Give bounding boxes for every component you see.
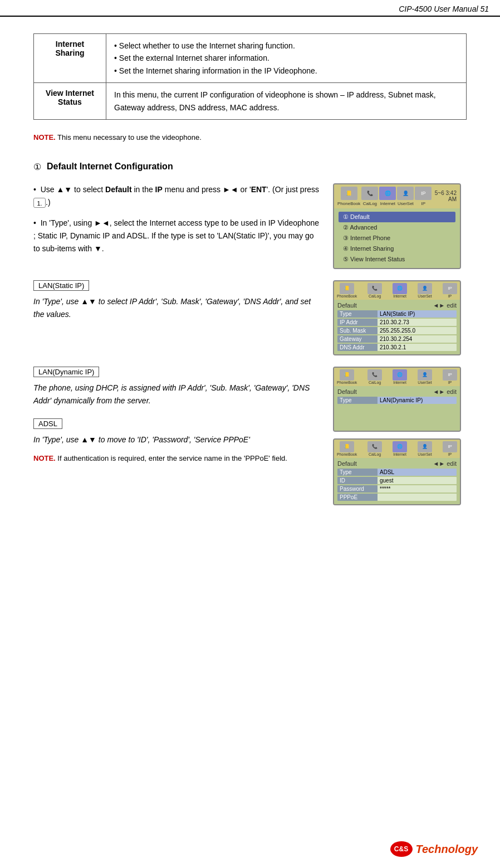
menu-item-advanced: ② Advanced	[339, 222, 455, 233]
lan-static-label-box: LAN(Static IP)	[33, 280, 89, 291]
table-row-view-internet: View Internet Status In this menu, the c…	[34, 83, 467, 120]
dss-header-adsl: 📒 PhoneBook 📞 CalLog 🌐 Internet 👤	[334, 440, 460, 458]
dss-row-static-type: Type LAN(Static IP)	[337, 310, 457, 318]
icon-ip-wrap: IP IP	[415, 187, 432, 206]
note-1: NOTE. This menu necessary to use the vid…	[33, 133, 467, 142]
dss-row-adsl-password: Password *****	[337, 485, 457, 492]
two-col-section-dynamic-adsl: LAN(Dynamic IP) The phone, using DHCP, i…	[33, 367, 467, 505]
dss-row-static-gateway: Gateway 210.30.2.254	[337, 335, 457, 343]
device-screenshot-dynamic: 📒 PhoneBook 📞 CalLog 🌐 Internet 👤	[333, 367, 461, 432]
device-time-1: 5~6 3:42 AM	[433, 190, 457, 202]
dss-row-dynamic-type: Type LAN(Dynamic IP)	[337, 397, 457, 404]
callog-icon: 📞	[361, 187, 378, 200]
dss-row-adsl-type: Type ADSL	[337, 469, 457, 476]
device-header-1: 📒 PhoneBook 📞 CalLog 🌐 Internet 👤 UserSe…	[334, 184, 460, 208]
device-menu-area: ① Default ② Advanced ③ Internet Phone ④ …	[334, 208, 460, 268]
dss-title-adsl: Default ◄► edit	[337, 460, 457, 467]
ip-icon: IP	[415, 187, 432, 200]
two-col-section-lan-static: LAN(Static IP) In 'Type', use ▲▼ to sele…	[33, 280, 467, 355]
ip-label: IP	[421, 201, 426, 206]
dss-icon-ip: IP IP	[443, 283, 457, 298]
page-header: CIP-4500 User Manual 51	[0, 0, 500, 17]
table-label-view-internet: View Internet Status	[34, 83, 106, 120]
bullet-1: Select whether to use the Internet shari…	[114, 40, 458, 52]
main-content: Internet Sharing Select whether to use t…	[0, 17, 500, 533]
table-content-view-internet: In this menu, the current IP configurati…	[106, 83, 467, 120]
logo-brand-wrap: Technology	[416, 843, 478, 856]
phonebook-label: PhoneBook	[337, 201, 360, 206]
menu-item-internet-sharing: ④ Internet Sharing	[339, 243, 455, 254]
dss-body-static: Default ◄► edit Type LAN(Static IP) IP A…	[334, 300, 460, 354]
device-screenshot-adsl: 📒 PhoneBook 📞 CalLog 🌐 Internet 👤	[333, 438, 461, 505]
dss-body-adsl: Default ◄► edit Type ADSL ID guest Pas	[334, 458, 460, 504]
phonebook-icon: 📒	[341, 187, 357, 200]
userset-label: UserSet	[398, 201, 414, 206]
dss-icon-internet: 🌐 Internet	[393, 283, 407, 298]
right-col-1: 📒 PhoneBook 📞 CalLog 🌐 Internet 👤 UserSe…	[333, 183, 467, 269]
device-screenshot-menu: 📒 PhoneBook 📞 CalLog 🌐 Internet 👤 UserSe…	[333, 183, 461, 269]
table-content-internet-sharing: Select whether to use the Internet shari…	[106, 34, 467, 83]
bullet-3: Set the Internet sharing information in …	[114, 65, 458, 77]
page-footer: C&S Technology	[390, 841, 478, 857]
left-col-lan-static: LAN(Static IP) In 'Type', use ▲▼ to sele…	[33, 280, 322, 355]
lan-static-label: LAN(Static IP)	[38, 281, 84, 290]
bullet-2: Set the external Internet sharer informa…	[114, 52, 458, 64]
lan-dynamic-text: The phone, using DHCP, is assigned with …	[33, 382, 322, 407]
paragraph-1: • Use ▲▼ to select Default in the IP men…	[33, 183, 322, 209]
lan-static-text: In 'Type', use ▲▼ to select IP Addr', 'S…	[33, 295, 322, 321]
section-title-row: ① Default Internet Configuration	[33, 162, 467, 172]
info-table: Internet Sharing Select whether to use t…	[33, 33, 467, 120]
dss-title-dynamic: Default ◄► edit	[337, 388, 457, 395]
lan-dynamic-label: LAN(Dynamic IP)	[38, 368, 94, 376]
logo-brand: Technology	[416, 843, 478, 856]
dss-icon-phonebook: 📒 PhoneBook	[337, 283, 357, 298]
internet-label: Internet	[380, 201, 395, 206]
adsl-label: ADSL	[38, 420, 57, 428]
icon-phonebook-wrap: 📒 PhoneBook	[337, 187, 360, 206]
table-label-internet-sharing: Internet Sharing	[34, 34, 106, 83]
menu-item-internet-phone: ③ Internet Phone	[339, 233, 455, 243]
dss-icon-callog: 📞 CalLog	[367, 283, 382, 298]
lan-dynamic-label-box: LAN(Dynamic IP)	[33, 367, 99, 377]
menu-item-view-internet-status: ⑤ View Internet Status	[339, 254, 455, 265]
dss-header-dynamic: 📒 PhoneBook 📞 CalLog 🌐 Internet 👤	[334, 368, 460, 386]
table-row-internet-sharing: Internet Sharing Select whether to use t…	[34, 34, 467, 83]
paragraph-2: • In 'Type', using ►◄, select the Intern…	[33, 217, 322, 255]
adsl-text: In 'Type', use ▲▼ to move to 'ID', 'Pass…	[33, 433, 322, 446]
dss-row-static-dns: DNS Addr 210.30.2.1	[337, 344, 457, 351]
page-title: CIP-4500 User Manual 51	[399, 4, 489, 13]
icon-internet-wrap: 🌐 Internet	[379, 187, 396, 206]
internet-sharing-bullets: Select whether to use the Internet shari…	[114, 40, 458, 77]
dss-icon-userset: 👤 UserSet	[418, 283, 432, 298]
right-col-lan-static: 📒 PhoneBook 📞 CalLog 🌐 Internet 👤 UserSe…	[333, 280, 467, 355]
dss-header-static: 📒 PhoneBook 📞 CalLog 🌐 Internet 👤 UserSe…	[334, 281, 460, 300]
note-2: NOTE. If authentication is required, ent…	[33, 454, 322, 462]
left-col-1: • Use ▲▼ to select Default in the IP men…	[33, 183, 322, 269]
logo-icon: C&S	[390, 841, 413, 857]
note-2-keyword: NOTE.	[33, 454, 56, 462]
left-col-dynamic-adsl: LAN(Dynamic IP) The phone, using DHCP, i…	[33, 367, 322, 505]
icon-userset-wrap: 👤 UserSet	[397, 187, 414, 206]
note-2-text: If authentication is required, enter the…	[56, 454, 287, 462]
internet-icon: 🌐	[379, 187, 396, 200]
section-title: Default Internet Configuration	[47, 162, 173, 172]
userset-icon: 👤	[397, 187, 414, 200]
adsl-label-box: ADSL	[33, 418, 62, 429]
icon-callog-wrap: 📞 CalLog	[361, 187, 378, 206]
dss-row-static-ipaddr: IP Addr 210.30.2.73	[337, 319, 457, 326]
callog-label: CalLog	[363, 201, 377, 206]
device-screenshot-lan-static: 📒 PhoneBook 📞 CalLog 🌐 Internet 👤 UserSe…	[333, 280, 461, 355]
right-col-dynamic-adsl: 📒 PhoneBook 📞 CalLog 🌐 Internet 👤	[333, 367, 467, 505]
screenshot-stack: 📒 PhoneBook 📞 CalLog 🌐 Internet 👤	[333, 367, 467, 505]
dss-row-adsl-pppoe: PPPoE	[337, 494, 457, 501]
note-1-keyword: NOTE.	[33, 133, 56, 142]
dss-row-static-submask: Sub. Mask 255.255.255.0	[337, 327, 457, 334]
note-1-text: This menu necessary to use the videophon…	[56, 133, 202, 142]
two-col-section-1: • Use ▲▼ to select Default in the IP men…	[33, 183, 467, 269]
section-number: ①	[33, 162, 41, 172]
dss-body-dynamic: Default ◄► edit Type LAN(Dynamic IP)	[334, 386, 460, 431]
menu-item-default: ① Default	[339, 212, 455, 222]
dss-row-adsl-id: ID guest	[337, 477, 457, 484]
dss-title-static: Default ◄► edit	[337, 302, 457, 309]
